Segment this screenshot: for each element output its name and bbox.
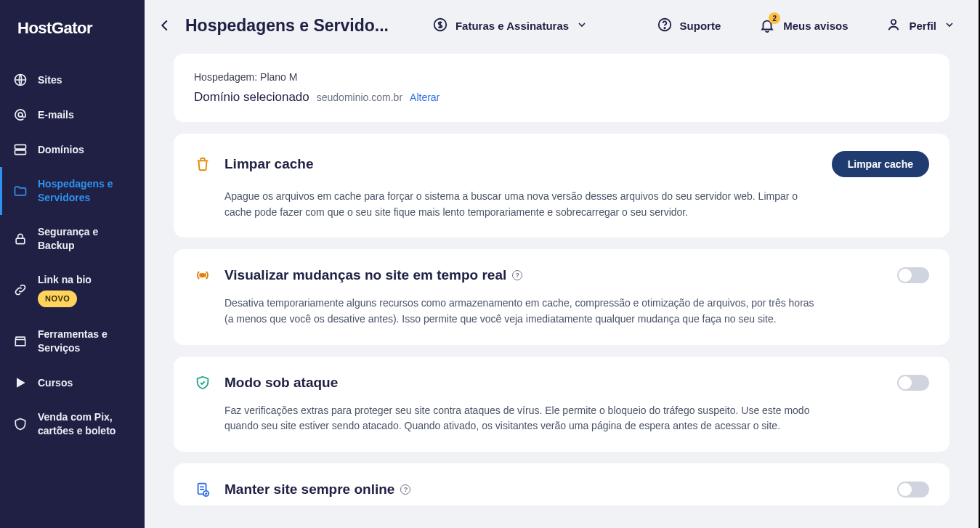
topbar-support[interactable]: Suporte: [654, 11, 724, 41]
novo-badge: NOVO: [38, 291, 77, 307]
topbar-profile[interactable]: Perfil: [883, 11, 958, 41]
lock-icon: [13, 232, 28, 246]
sidebar-item-label: Link na bio NOVO: [38, 273, 92, 308]
document-check-icon: [194, 481, 211, 498]
help-tooltip-icon[interactable]: ?: [512, 270, 522, 280]
chevron-down-icon: [576, 19, 588, 33]
svg-rect-2: [15, 145, 26, 149]
sidebar-item-domains[interactable]: Domínios: [0, 132, 145, 167]
clear-cache-button[interactable]: Limpar cache: [832, 151, 929, 177]
topbar-notices-label: Meus avisos: [783, 20, 848, 32]
back-button[interactable]: [150, 11, 179, 40]
svg-point-7: [664, 27, 665, 28]
clear-cache-desc: Apague os arquivos em cache para forçar …: [224, 189, 820, 220]
svg-point-8: [891, 20, 896, 24]
sidebar-item-label: Domínios: [38, 143, 84, 157]
notice-count-badge: 2: [769, 12, 780, 24]
clear-cache-card: Limpar cache Limpar cache Apague os arqu…: [174, 134, 949, 237]
sidebar-item-courses[interactable]: Cursos: [0, 365, 145, 400]
attack-desc: Faz verificações extras para proteger se…: [224, 403, 820, 434]
svg-point-1: [18, 113, 23, 117]
sidebar-item-label: Ferramentas e Serviços: [38, 328, 131, 355]
sidebar-item-label: Venda com Pix, cartões e boleto: [38, 410, 131, 438]
domain-selected-value: seudominio.com.br: [317, 92, 402, 103]
sidebar-item-hosting[interactable]: Hospedagens e Servidores: [0, 167, 145, 215]
sidebar-item-label: E-mails: [38, 108, 74, 122]
domain-selected-label: Domínio selecionado: [194, 90, 309, 105]
sidebar-item-emails[interactable]: E-mails: [0, 97, 145, 132]
help-icon: [657, 17, 673, 35]
attack-toggle[interactable]: [897, 375, 929, 391]
sidebar-item-label: Sites: [38, 73, 62, 87]
topbar-right: Suporte 2 Meus avisos Perfil: [654, 11, 958, 41]
topbar-left: Hospedagens e Servido...: [150, 11, 389, 40]
topbar-profile-label: Perfil: [909, 20, 936, 32]
always-online-toggle[interactable]: [897, 482, 929, 497]
always-online-title: Manter site sempre online ?: [224, 482, 410, 497]
svg-rect-4: [16, 238, 25, 244]
dollar-icon: [432, 17, 448, 35]
broadcast-icon: [194, 267, 211, 284]
realtime-desc: Desativa temporariamente alguns recursos…: [224, 296, 820, 327]
sidebar-item-payments[interactable]: Venda com Pix, cartões e boleto: [0, 400, 145, 448]
realtime-title: Visualizar mudanças no site em tempo rea…: [224, 267, 522, 283]
sidebar-item-label: Cursos: [38, 376, 73, 390]
shield-icon: [13, 417, 28, 431]
always-online-card: Manter site sempre online ?: [174, 463, 949, 505]
sidebar-item-label: Hospedagens e Servidores: [38, 177, 131, 205]
sidebar-item-label: Segurança e Backup: [38, 225, 131, 253]
topbar-notices[interactable]: 2 Meus avisos: [756, 11, 851, 40]
realtime-toggle[interactable]: [897, 267, 929, 283]
sidebar-item-security[interactable]: Segurança e Backup: [0, 215, 145, 263]
svg-rect-3: [15, 150, 26, 155]
shield-check-icon: [194, 374, 211, 391]
topbar-billing[interactable]: Faturas e Assinaturas: [429, 11, 591, 41]
help-tooltip-icon[interactable]: ?: [400, 484, 410, 495]
main-area: Hospedagens e Servido... Faturas e Assin…: [145, 0, 980, 528]
globe-icon: [13, 73, 28, 87]
content: Hospedagem: Plano M Domínio selecionado …: [145, 51, 979, 528]
topbar-support-label: Suporte: [680, 20, 721, 32]
hosting-card: Hospedagem: Plano M Domínio selecionado …: [174, 54, 949, 122]
topbar-billing-label: Faturas e Assinaturas: [455, 20, 569, 32]
nav: Sites E-mails Domínios Hospedagens e Ser…: [0, 62, 145, 448]
sidebar-item-tools[interactable]: Ferramentas e Serviços: [0, 317, 145, 365]
sidebar-item-sites[interactable]: Sites: [0, 62, 145, 97]
play-icon: [13, 375, 28, 390]
trash-icon: [194, 155, 211, 173]
change-domain-link[interactable]: Alterar: [410, 92, 440, 103]
topbar: Hospedagens e Servido... Faturas e Assin…: [145, 0, 979, 51]
link-icon: [13, 283, 28, 297]
sidebar: HostGator Sites E-mails Domínios Hospeda…: [0, 0, 145, 528]
attack-mode-card: Modo sob ataque Faz verificações extras …: [174, 357, 949, 452]
brand-logo: HostGator: [0, 0, 145, 62]
at-icon: [13, 107, 28, 122]
server-icon: [13, 142, 28, 157]
page-title: Hospedagens e Servido...: [185, 16, 389, 36]
attack-title: Modo sob ataque: [224, 375, 338, 391]
sidebar-item-linkbio[interactable]: Link na bio NOVO: [0, 263, 145, 318]
user-icon: [886, 17, 902, 35]
hosting-plan-label: Hospedagem: Plano M: [194, 71, 929, 83]
folder-icon: [13, 184, 28, 198]
clear-cache-title: Limpar cache: [224, 156, 314, 172]
chevron-down-icon: [944, 19, 955, 33]
store-icon: [13, 334, 28, 349]
svg-point-9: [201, 274, 204, 277]
bell-icon: 2: [758, 17, 776, 34]
realtime-card: Visualizar mudanças no site em tempo rea…: [174, 249, 949, 344]
